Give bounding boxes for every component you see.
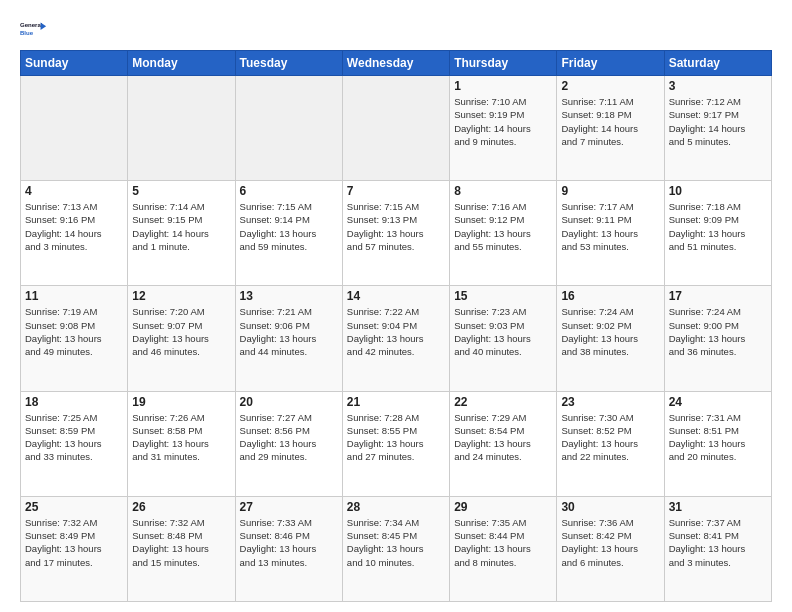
col-header-sunday: Sunday (21, 51, 128, 76)
logo-icon: GeneralBlue (20, 16, 48, 44)
day-number: 30 (561, 500, 659, 514)
day-info: Sunrise: 7:23 AM Sunset: 9:03 PM Dayligh… (454, 305, 552, 358)
day-cell: 21Sunrise: 7:28 AM Sunset: 8:55 PM Dayli… (342, 391, 449, 496)
day-info: Sunrise: 7:26 AM Sunset: 8:58 PM Dayligh… (132, 411, 230, 464)
col-header-saturday: Saturday (664, 51, 771, 76)
day-cell: 16Sunrise: 7:24 AM Sunset: 9:02 PM Dayli… (557, 286, 664, 391)
day-number: 6 (240, 184, 338, 198)
day-cell: 30Sunrise: 7:36 AM Sunset: 8:42 PM Dayli… (557, 496, 664, 601)
day-cell: 10Sunrise: 7:18 AM Sunset: 9:09 PM Dayli… (664, 181, 771, 286)
day-cell: 22Sunrise: 7:29 AM Sunset: 8:54 PM Dayli… (450, 391, 557, 496)
day-cell (128, 76, 235, 181)
day-cell: 5Sunrise: 7:14 AM Sunset: 9:15 PM Daylig… (128, 181, 235, 286)
day-number: 21 (347, 395, 445, 409)
day-number: 5 (132, 184, 230, 198)
day-number: 28 (347, 500, 445, 514)
day-cell (342, 76, 449, 181)
day-info: Sunrise: 7:22 AM Sunset: 9:04 PM Dayligh… (347, 305, 445, 358)
day-info: Sunrise: 7:34 AM Sunset: 8:45 PM Dayligh… (347, 516, 445, 569)
col-header-tuesday: Tuesday (235, 51, 342, 76)
day-info: Sunrise: 7:21 AM Sunset: 9:06 PM Dayligh… (240, 305, 338, 358)
day-number: 1 (454, 79, 552, 93)
day-number: 25 (25, 500, 123, 514)
day-cell: 12Sunrise: 7:20 AM Sunset: 9:07 PM Dayli… (128, 286, 235, 391)
day-number: 8 (454, 184, 552, 198)
day-number: 13 (240, 289, 338, 303)
col-header-monday: Monday (128, 51, 235, 76)
day-cell: 2Sunrise: 7:11 AM Sunset: 9:18 PM Daylig… (557, 76, 664, 181)
day-cell: 15Sunrise: 7:23 AM Sunset: 9:03 PM Dayli… (450, 286, 557, 391)
day-cell: 11Sunrise: 7:19 AM Sunset: 9:08 PM Dayli… (21, 286, 128, 391)
day-number: 26 (132, 500, 230, 514)
day-number: 20 (240, 395, 338, 409)
day-info: Sunrise: 7:37 AM Sunset: 8:41 PM Dayligh… (669, 516, 767, 569)
day-info: Sunrise: 7:28 AM Sunset: 8:55 PM Dayligh… (347, 411, 445, 464)
svg-text:Blue: Blue (20, 30, 34, 36)
day-cell: 28Sunrise: 7:34 AM Sunset: 8:45 PM Dayli… (342, 496, 449, 601)
day-cell: 6Sunrise: 7:15 AM Sunset: 9:14 PM Daylig… (235, 181, 342, 286)
day-info: Sunrise: 7:25 AM Sunset: 8:59 PM Dayligh… (25, 411, 123, 464)
day-cell: 23Sunrise: 7:30 AM Sunset: 8:52 PM Dayli… (557, 391, 664, 496)
day-number: 19 (132, 395, 230, 409)
day-info: Sunrise: 7:19 AM Sunset: 9:08 PM Dayligh… (25, 305, 123, 358)
day-number: 10 (669, 184, 767, 198)
day-info: Sunrise: 7:24 AM Sunset: 9:00 PM Dayligh… (669, 305, 767, 358)
col-header-wednesday: Wednesday (342, 51, 449, 76)
day-info: Sunrise: 7:15 AM Sunset: 9:14 PM Dayligh… (240, 200, 338, 253)
day-number: 22 (454, 395, 552, 409)
week-row-5: 25Sunrise: 7:32 AM Sunset: 8:49 PM Dayli… (21, 496, 772, 601)
day-info: Sunrise: 7:35 AM Sunset: 8:44 PM Dayligh… (454, 516, 552, 569)
day-cell: 9Sunrise: 7:17 AM Sunset: 9:11 PM Daylig… (557, 181, 664, 286)
day-info: Sunrise: 7:29 AM Sunset: 8:54 PM Dayligh… (454, 411, 552, 464)
day-info: Sunrise: 7:32 AM Sunset: 8:48 PM Dayligh… (132, 516, 230, 569)
day-number: 11 (25, 289, 123, 303)
day-cell: 31Sunrise: 7:37 AM Sunset: 8:41 PM Dayli… (664, 496, 771, 601)
day-info: Sunrise: 7:18 AM Sunset: 9:09 PM Dayligh… (669, 200, 767, 253)
svg-text:General: General (20, 22, 43, 28)
day-number: 24 (669, 395, 767, 409)
day-cell: 26Sunrise: 7:32 AM Sunset: 8:48 PM Dayli… (128, 496, 235, 601)
day-number: 27 (240, 500, 338, 514)
day-cell: 25Sunrise: 7:32 AM Sunset: 8:49 PM Dayli… (21, 496, 128, 601)
day-info: Sunrise: 7:12 AM Sunset: 9:17 PM Dayligh… (669, 95, 767, 148)
logo: GeneralBlue (20, 16, 48, 44)
col-header-friday: Friday (557, 51, 664, 76)
day-cell (235, 76, 342, 181)
day-info: Sunrise: 7:27 AM Sunset: 8:56 PM Dayligh… (240, 411, 338, 464)
day-info: Sunrise: 7:33 AM Sunset: 8:46 PM Dayligh… (240, 516, 338, 569)
day-info: Sunrise: 7:24 AM Sunset: 9:02 PM Dayligh… (561, 305, 659, 358)
day-number: 17 (669, 289, 767, 303)
week-row-3: 11Sunrise: 7:19 AM Sunset: 9:08 PM Dayli… (21, 286, 772, 391)
day-cell: 20Sunrise: 7:27 AM Sunset: 8:56 PM Dayli… (235, 391, 342, 496)
day-cell: 24Sunrise: 7:31 AM Sunset: 8:51 PM Dayli… (664, 391, 771, 496)
day-cell: 18Sunrise: 7:25 AM Sunset: 8:59 PM Dayli… (21, 391, 128, 496)
day-cell: 3Sunrise: 7:12 AM Sunset: 9:17 PM Daylig… (664, 76, 771, 181)
day-cell: 1Sunrise: 7:10 AM Sunset: 9:19 PM Daylig… (450, 76, 557, 181)
day-cell: 7Sunrise: 7:15 AM Sunset: 9:13 PM Daylig… (342, 181, 449, 286)
day-cell: 29Sunrise: 7:35 AM Sunset: 8:44 PM Dayli… (450, 496, 557, 601)
week-row-2: 4Sunrise: 7:13 AM Sunset: 9:16 PM Daylig… (21, 181, 772, 286)
day-info: Sunrise: 7:31 AM Sunset: 8:51 PM Dayligh… (669, 411, 767, 464)
day-number: 4 (25, 184, 123, 198)
calendar-header-row: SundayMondayTuesdayWednesdayThursdayFrid… (21, 51, 772, 76)
day-number: 7 (347, 184, 445, 198)
day-cell: 14Sunrise: 7:22 AM Sunset: 9:04 PM Dayli… (342, 286, 449, 391)
day-cell: 4Sunrise: 7:13 AM Sunset: 9:16 PM Daylig… (21, 181, 128, 286)
page: GeneralBlue SundayMondayTuesdayWednesday… (0, 0, 792, 612)
day-info: Sunrise: 7:10 AM Sunset: 9:19 PM Dayligh… (454, 95, 552, 148)
day-cell: 19Sunrise: 7:26 AM Sunset: 8:58 PM Dayli… (128, 391, 235, 496)
day-number: 29 (454, 500, 552, 514)
day-number: 31 (669, 500, 767, 514)
day-number: 2 (561, 79, 659, 93)
day-number: 23 (561, 395, 659, 409)
day-cell: 17Sunrise: 7:24 AM Sunset: 9:00 PM Dayli… (664, 286, 771, 391)
svg-marker-2 (41, 23, 47, 30)
day-number: 9 (561, 184, 659, 198)
day-info: Sunrise: 7:13 AM Sunset: 9:16 PM Dayligh… (25, 200, 123, 253)
day-info: Sunrise: 7:36 AM Sunset: 8:42 PM Dayligh… (561, 516, 659, 569)
day-number: 16 (561, 289, 659, 303)
day-number: 3 (669, 79, 767, 93)
day-cell (21, 76, 128, 181)
day-number: 12 (132, 289, 230, 303)
day-number: 15 (454, 289, 552, 303)
